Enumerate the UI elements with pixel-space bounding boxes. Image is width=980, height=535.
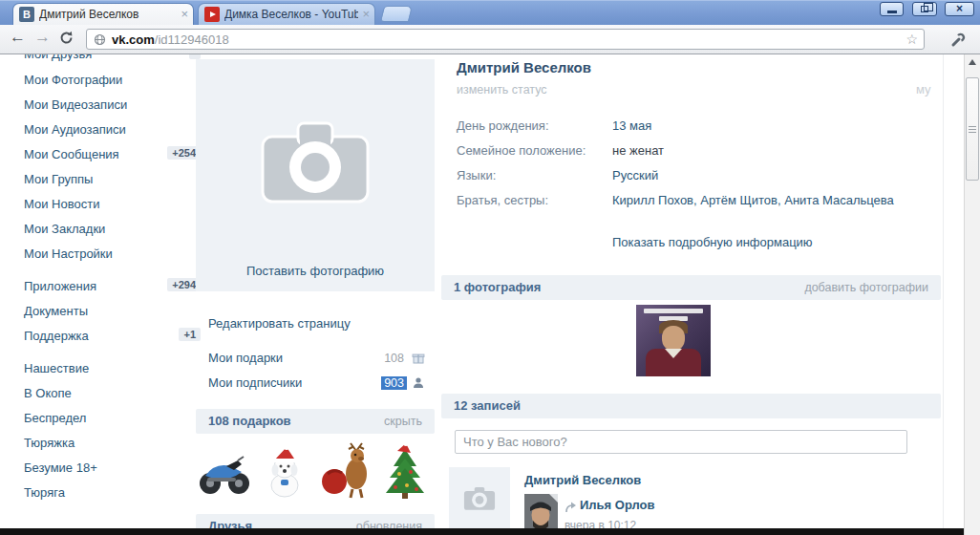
gift-puppy-santa-icon[interactable]: [258, 441, 311, 501]
page-scrollbar[interactable]: [964, 54, 980, 535]
upload-photo-link[interactable]: Поставить фотографию: [196, 264, 435, 278]
forward-button[interactable]: →: [34, 28, 51, 47]
post-author-avatar-placeholder[interactable]: [449, 467, 510, 528]
close-icon: ×: [946, 2, 973, 15]
sidebar-item-bespredel[interactable]: Беспредел: [24, 411, 177, 428]
gifts-header-title: 108 подарков: [208, 414, 291, 428]
vk-page: Мои Друзья Мои Фотографии Мои Видеозапис…: [0, 54, 980, 535]
post-author-link[interactable]: Дмитрий Веселков: [524, 473, 641, 487]
gift-icon: [412, 352, 425, 368]
new-tab-button[interactable]: [380, 6, 413, 22]
back-button[interactable]: ←: [10, 28, 26, 47]
camera-icon: [253, 112, 377, 211]
my-followers-link[interactable]: Мои подписчики: [208, 375, 302, 390]
reload-button[interactable]: [59, 31, 74, 50]
browser-window: В Дмитрий Веселков × Димка Веселков - Yo…: [0, 0, 980, 535]
hide-gifts-link[interactable]: скрыть: [384, 415, 422, 428]
sidebar-item-settings[interactable]: Мои Настройки: [24, 246, 177, 264]
reload-icon: [59, 31, 74, 45]
tab-strip: В Дмитрий Веселков × Димка Веселков - Yo…: [0, 0, 980, 25]
sidebar-badge: +1: [179, 328, 201, 341]
scrollbar-grip: [969, 129, 976, 130]
url-bar[interactable]: vk.com/id112946018 ☆: [86, 29, 925, 50]
sidebar-item-tyuryaga[interactable]: Тюряга: [24, 485, 177, 503]
gift-christmas-tree-icon[interactable]: [378, 441, 432, 501]
scrollbar-grip: [969, 126, 976, 127]
scrollbar-grip: [969, 132, 976, 133]
gift-reindeer-icon[interactable]: [318, 441, 372, 501]
sidebar-item-tyuryazhka[interactable]: Тюряжка: [24, 436, 177, 453]
sidebar-item-vokope[interactable]: В Окопе: [24, 386, 177, 403]
close-button[interactable]: ×: [945, 2, 974, 16]
siblings-value-links[interactable]: Кирилл Похов, Артём Щитов, Анита Масальц…: [612, 190, 894, 211]
sidebar-item-bezumie[interactable]: Безумие 18+: [24, 460, 177, 478]
scrollbar-thumb[interactable]: [966, 77, 979, 181]
wrench-icon: [949, 32, 966, 48]
tab-close-icon[interactable]: ×: [181, 7, 188, 21]
sidebar-item-documents[interactable]: Документы: [24, 304, 177, 321]
taskbar-edge: [0, 528, 964, 535]
gifts-section-header: 108 подарков скрыть: [196, 409, 435, 434]
gifts-count: 108: [384, 352, 404, 365]
tab-vk-profile[interactable]: В Дмитрий Веселков ×: [12, 3, 194, 25]
profile-name: Дмитрий Веселков: [457, 59, 591, 75]
browser-toolbar: ← → vk.com/id112946018 ☆: [0, 25, 980, 54]
sidebar-item-groups[interactable]: Мои Группы: [24, 172, 177, 189]
bookmark-star-icon[interactable]: ☆: [905, 32, 918, 47]
sidebar-item-apps[interactable]: Приложения+294: [24, 279, 177, 296]
globe-icon: [94, 33, 106, 46]
sidebar-item-messages[interactable]: Мои Сообщения+254: [24, 147, 177, 164]
gifts-counter-row: Мои подарки 108: [196, 349, 435, 370]
column-divider: [943, 54, 944, 528]
sidebar-item-photos[interactable]: Мои Фотографии: [24, 73, 177, 90]
vk-favicon: В: [19, 7, 34, 22]
clipped-text-fragment: му: [916, 82, 931, 96]
show-full-info-link[interactable]: Показать подробную информацию: [612, 235, 813, 249]
photos-header-title: 1 фотография: [454, 280, 541, 294]
photos-section-header: 1 фотография добавить фотографии: [441, 275, 941, 300]
languages-value-link[interactable]: Русский: [612, 165, 658, 186]
meme-caption-line: [644, 309, 703, 313]
url-host: vk.com: [112, 32, 155, 47]
followers-icon: [412, 376, 425, 393]
repost-arrow-icon: [565, 500, 577, 517]
tab-title: Димка Веселков - YouTub: [224, 8, 358, 21]
wall-section-header: 12 записей: [441, 394, 941, 418]
tab-youtube[interactable]: Димка Веселков - YouTub ×: [198, 3, 375, 25]
profile-avatar-placeholder: Поставить фотографию: [196, 59, 435, 291]
youtube-favicon: [204, 7, 220, 22]
birthday-value-link[interactable]: 13 мая: [612, 116, 651, 137]
camera-icon: [461, 483, 498, 512]
tab-close-icon[interactable]: ×: [362, 7, 370, 21]
edit-page-link[interactable]: Редактировать страницу: [208, 316, 351, 331]
url-text: vk.com/id112946018: [112, 32, 229, 47]
relationship-value: не женат: [612, 140, 664, 161]
repost-author-link[interactable]: Илья Орлов: [580, 498, 655, 512]
sidebar-item-news[interactable]: Мои Новости: [24, 197, 177, 214]
minimize-icon: [887, 11, 897, 13]
sidebar-item-nashestvie[interactable]: Нашествие: [24, 361, 177, 378]
tab-title: Дмитрий Веселков: [39, 8, 173, 21]
sidebar-item-audio[interactable]: Мои Аудиозаписи: [24, 122, 177, 139]
restore-button[interactable]: [912, 2, 937, 16]
change-status-link[interactable]: изменить статус: [457, 83, 547, 96]
photo-thumbnail-meme[interactable]: [636, 305, 711, 376]
url-path: /id112946018: [155, 32, 229, 47]
my-gifts-link[interactable]: Мои подарки: [208, 351, 283, 365]
meme-face: [662, 326, 685, 351]
sidebar-item-support[interactable]: Поддержка+1: [24, 329, 177, 346]
add-photos-link[interactable]: добавить фотографии: [804, 281, 928, 294]
sidebar-item-videos[interactable]: Мои Видеозаписи: [24, 97, 177, 115]
wall-composer-input[interactable]: [455, 430, 907, 454]
followers-count-selected: 903: [381, 376, 407, 390]
scrollbar-up-arrow[interactable]: [965, 54, 980, 71]
settings-wrench-button[interactable]: [949, 32, 966, 52]
repost-author-avatar[interactable]: [524, 494, 558, 532]
restore-icon: [921, 6, 928, 12]
wall-header-title: 12 записей: [454, 398, 521, 413]
sidebar-item-bookmarks[interactable]: Мои Закладки: [24, 222, 177, 239]
gift-motorcycle-icon[interactable]: [198, 441, 251, 501]
followers-counter-row: Мои подписчики 903: [196, 374, 435, 395]
window-controls: ×: [876, 2, 974, 17]
minimize-button[interactable]: [880, 2, 904, 16]
